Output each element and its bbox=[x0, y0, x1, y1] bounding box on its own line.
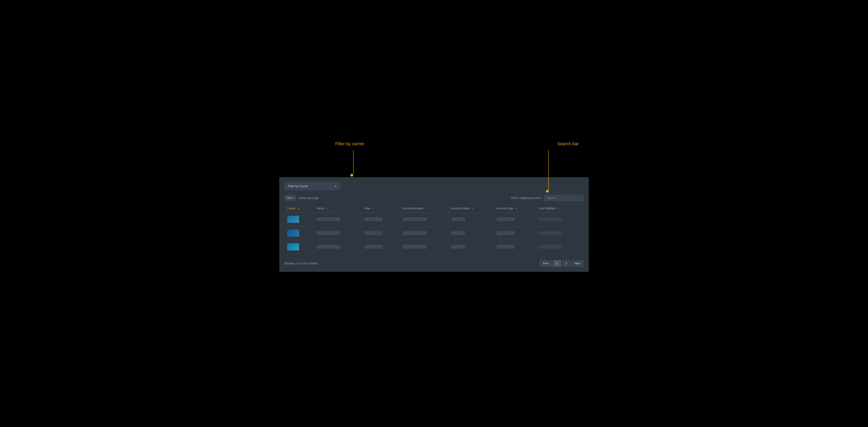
redacted-name-1 bbox=[316, 217, 340, 221]
entries-per-page-label: entries per page bbox=[299, 196, 319, 200]
filter-carrier-annotation: Filter by carrier bbox=[335, 141, 365, 147]
cell-account-type-1 bbox=[494, 213, 536, 226]
carrier-arrow-dot bbox=[350, 174, 353, 177]
sort-both-icon-account-number: ⇅ bbox=[426, 208, 427, 210]
cell-carrier-3 bbox=[284, 240, 314, 254]
cell-account-number-1 bbox=[400, 213, 448, 226]
sort-both-icon-account-type: ⇅ bbox=[516, 208, 517, 210]
carrier-logo-1 bbox=[287, 216, 299, 223]
filter-by-carrier-dropdown[interactable]: Filter by Carrier ▼ bbox=[284, 182, 340, 190]
prev-button[interactable]: Prev bbox=[539, 260, 552, 267]
redacted-account-number-3 bbox=[403, 245, 427, 249]
search-bar-annotation: Search bar bbox=[557, 141, 579, 147]
redacted-last-modified-2 bbox=[539, 231, 563, 235]
cell-alias-1 bbox=[362, 213, 400, 226]
redacted-account-type-2 bbox=[497, 231, 515, 235]
col-account-type-label: Account Type bbox=[497, 207, 514, 210]
redacted-account-number-2 bbox=[403, 231, 427, 235]
cell-last-modified-3 bbox=[536, 240, 584, 254]
showing-entries-text: Showing 1 to 3 of 3 entries bbox=[284, 262, 317, 265]
redacted-alias-2 bbox=[364, 231, 382, 235]
sort-both-icon-alias: ⇅ bbox=[372, 208, 374, 210]
redacted-account-number-1 bbox=[403, 217, 427, 221]
right-controls: Find a shipping account: bbox=[511, 195, 584, 201]
redacted-account-type-3 bbox=[497, 245, 515, 249]
col-account-type[interactable]: Account Type ⇅ bbox=[494, 204, 536, 213]
redacted-alias-1 bbox=[364, 217, 382, 221]
cell-name-1 bbox=[314, 213, 362, 226]
cell-name-3 bbox=[314, 240, 362, 254]
redacted-account-status-1 bbox=[451, 217, 465, 221]
cell-name-2 bbox=[314, 226, 362, 240]
cell-carrier-2 bbox=[284, 226, 314, 240]
col-last-modified[interactable]: Last Modified ⇅ bbox=[536, 204, 584, 213]
page-2-button[interactable]: 2 bbox=[562, 260, 570, 267]
cell-account-type-3 bbox=[494, 240, 536, 254]
page-1-button[interactable]: 1 bbox=[553, 260, 561, 267]
filter-dropdown-label: Filter by Carrier bbox=[288, 184, 308, 188]
redacted-account-status-3 bbox=[451, 245, 465, 249]
find-label: Find a shipping account: bbox=[511, 196, 541, 200]
redacted-last-modified-3 bbox=[539, 245, 563, 249]
entries-per-page-select[interactable]: 100 ∨ bbox=[284, 195, 296, 201]
redacted-account-type-1 bbox=[497, 217, 515, 221]
cell-account-type-2 bbox=[494, 226, 536, 240]
shipping-accounts-table: Carrier ▲ Name ⇅ Alias ⇅ Account Number … bbox=[284, 204, 584, 254]
cell-carrier-1 bbox=[284, 213, 314, 226]
col-name-label: Name bbox=[316, 207, 324, 210]
cell-alias-2 bbox=[362, 226, 400, 240]
next-button[interactable]: Next bbox=[571, 260, 584, 267]
col-account-status-label: Account Status bbox=[451, 207, 470, 210]
controls-row: 100 ∨ entries per page Find a shipping a… bbox=[284, 195, 584, 201]
entries-chevron-icon: ∨ bbox=[292, 196, 294, 200]
col-carrier-label: Carrier bbox=[287, 207, 296, 210]
table-header-row: Carrier ▲ Name ⇅ Alias ⇅ Account Number … bbox=[284, 204, 584, 213]
entries-value: 100 bbox=[286, 196, 291, 200]
cell-account-number-2 bbox=[400, 226, 448, 240]
sort-asc-icon: ▲ bbox=[298, 208, 300, 210]
col-carrier[interactable]: Carrier ▲ bbox=[284, 204, 314, 213]
cell-account-number-3 bbox=[400, 240, 448, 254]
page-container: Filter by carrier Search bar Filter by C… bbox=[279, 155, 589, 272]
redacted-last-modified-1 bbox=[539, 217, 563, 221]
col-last-modified-label: Last Modified bbox=[539, 207, 555, 210]
carrier-arrow-line bbox=[353, 150, 353, 174]
sort-both-icon-account-status: ⇅ bbox=[472, 208, 473, 210]
cell-alias-3 bbox=[362, 240, 400, 254]
pagination: Prev 1 2 Next bbox=[539, 260, 584, 267]
redacted-name-2 bbox=[316, 231, 340, 235]
left-controls: 100 ∨ entries per page bbox=[284, 195, 319, 201]
table-row bbox=[284, 240, 584, 254]
col-name[interactable]: Name ⇅ bbox=[314, 204, 362, 213]
redacted-name-3 bbox=[316, 245, 340, 249]
sort-both-icon-last-modified: ⇅ bbox=[557, 208, 559, 210]
col-account-number[interactable]: Account Number ⇅ bbox=[400, 204, 448, 213]
footer-row: Showing 1 to 3 of 3 entries Prev 1 2 Nex… bbox=[284, 257, 584, 267]
cell-account-status-2 bbox=[448, 226, 494, 240]
table-row bbox=[284, 213, 584, 226]
cell-account-status-3 bbox=[448, 240, 494, 254]
carrier-logo-2 bbox=[287, 230, 299, 237]
carrier-logo-3 bbox=[287, 243, 299, 250]
search-input[interactable] bbox=[544, 195, 584, 201]
redacted-account-status-2 bbox=[451, 231, 465, 235]
searchbar-arrow-dot bbox=[546, 190, 549, 192]
cell-account-status-1 bbox=[448, 213, 494, 226]
col-alias[interactable]: Alias ⇅ bbox=[362, 204, 400, 213]
cell-last-modified-1 bbox=[536, 213, 584, 226]
searchbar-arrow-line bbox=[548, 150, 549, 190]
chevron-down-icon: ▼ bbox=[335, 185, 337, 188]
main-panel: Filter by Carrier ▼ 100 ∨ entries per pa… bbox=[279, 177, 589, 272]
cell-last-modified-2 bbox=[536, 226, 584, 240]
table-row bbox=[284, 226, 584, 240]
redacted-alias-3 bbox=[364, 245, 382, 249]
col-account-status[interactable]: Account Status ⇅ bbox=[448, 204, 494, 213]
filter-row: Filter by Carrier ▼ bbox=[284, 182, 584, 190]
sort-both-icon-name: ⇅ bbox=[326, 208, 328, 210]
col-alias-label: Alias bbox=[364, 207, 370, 210]
col-account-number-label: Account Number bbox=[403, 207, 424, 210]
